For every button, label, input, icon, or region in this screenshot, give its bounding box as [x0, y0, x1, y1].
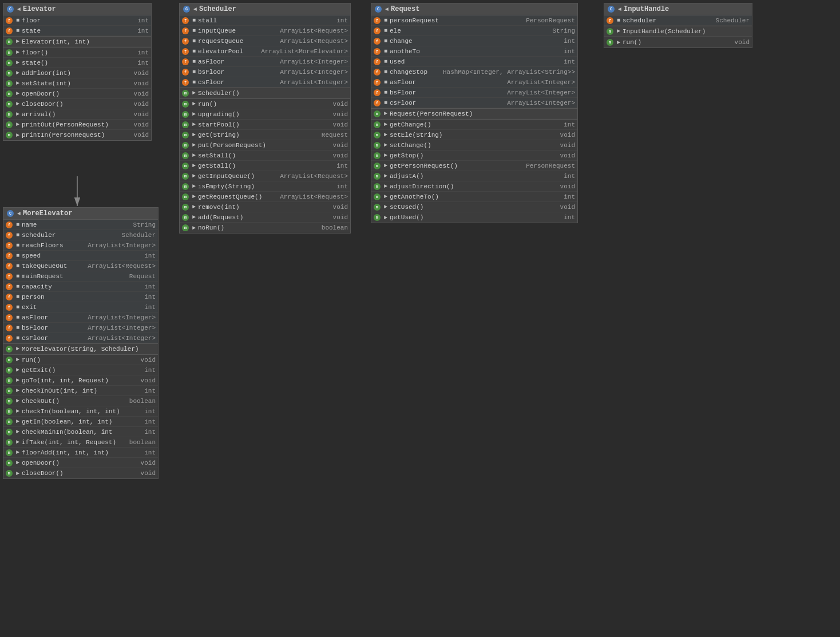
- field-icon: f: [374, 100, 381, 106]
- field-type: int: [137, 17, 149, 24]
- elevator-class-icon: C: [7, 6, 14, 13]
- sched-method-noRun: m ► noRun() boolean: [180, 223, 350, 233]
- field-icon: f: [374, 17, 381, 24]
- field-icon: f: [6, 273, 13, 280]
- elevator-method-addFloor: m ► addFloor(int) void: [3, 68, 151, 78]
- input-handle-title: InputHandle: [624, 5, 669, 13]
- method-icon: m: [374, 163, 381, 169]
- method-icon: m: [6, 132, 13, 139]
- method-type: void: [134, 132, 149, 139]
- sched-method-setStall: m ► setStall() void: [180, 151, 350, 161]
- sched-method-put: m ► put(PersonRequest) void: [180, 140, 350, 151]
- method-name: printOut(PersonRequest): [22, 121, 132, 128]
- scheduler-class: C ◄ Scheduler f ■ stall int f ■ inputQue…: [179, 3, 351, 234]
- ih-constructor: m ► InputHandle(Scheduler): [604, 26, 752, 37]
- method-icon: m: [182, 224, 189, 231]
- sched-method-remove: m ► remove(int) void: [180, 202, 350, 212]
- me-method-checkInOut: m ► checkInOut(int, int) int: [3, 386, 158, 396]
- me-constructor: m ► MoreElevator(String, Scheduler): [3, 344, 158, 354]
- field-icon: f: [182, 58, 189, 65]
- me-method-floorAdd: m ► floorAdd(int, int, int) int: [3, 448, 158, 458]
- method-icon: m: [182, 204, 189, 211]
- sched-field-inputQueue: f ■ inputQueue ArrayList<Request>: [180, 26, 350, 36]
- elevator-field-state: f ■ state int: [3, 26, 151, 36]
- input-handle-class: C ◄ InputHandle f ■ scheduler Scheduler …: [604, 3, 752, 48]
- req-field-changeStop: f ■ changeStop HashMap<Integer, ArrayLis…: [371, 67, 577, 77]
- method-icon: m: [182, 173, 189, 180]
- me-field-csFloor: f ■ csFloor ArrayList<Integer>: [3, 333, 158, 343]
- req-method-getAnotheTo: m ► getAnotheTo() int: [371, 192, 577, 202]
- method-icon: m: [607, 39, 613, 46]
- field-icon: f: [374, 69, 381, 76]
- constructor-icon: m: [607, 28, 613, 35]
- req-method-getStop: m ► getStop() void: [371, 151, 577, 161]
- method-icon: m: [374, 173, 381, 180]
- method-name: state(): [22, 60, 135, 66]
- field-icon: f: [607, 17, 613, 24]
- method-icon: m: [182, 152, 189, 159]
- method-icon: m: [182, 214, 189, 221]
- req-field-change: f ■ change int: [371, 36, 577, 46]
- me-field-exit: f ■ exit int: [3, 302, 158, 312]
- elevator-method-printOut: m ► printOut(PersonRequest) void: [3, 120, 151, 130]
- method-icon: m: [6, 357, 13, 363]
- method-icon: m: [374, 193, 381, 200]
- method-icon: m: [374, 183, 381, 190]
- method-type: void: [134, 111, 149, 118]
- field-icon: f: [182, 17, 189, 24]
- me-field-scheduler: f ■ scheduler Scheduler: [3, 230, 158, 240]
- elevator-method-arrival: m ► arrival() void: [3, 109, 151, 120]
- method-icon: m: [6, 367, 13, 374]
- field-icon: f: [374, 89, 381, 96]
- field-icon: f: [182, 69, 189, 76]
- req-constructor: m ► Request(PersonRequest): [371, 109, 577, 119]
- field-icon: f: [182, 27, 189, 34]
- vis-s: ►: [16, 121, 19, 128]
- elevator-method-openDoor: m ► openDoor() void: [3, 89, 151, 99]
- scheduler-header: C ◄ Scheduler: [180, 3, 350, 15]
- scheduler-title: Scheduler: [199, 5, 236, 13]
- vis-s: ►: [16, 111, 19, 117]
- elevator-method-setState: m ► setState(int) void: [3, 78, 151, 89]
- field-name: state: [22, 27, 135, 34]
- method-icon: m: [6, 398, 13, 405]
- sched-method-run: m ► run() void: [180, 99, 350, 109]
- request-class: C ◄ Request f ■ personRequest PersonRequ…: [371, 3, 578, 223]
- me-field-takeQueueOut: f ■ takeQueueOut ArrayList<Request>: [3, 261, 158, 271]
- elevator-method-printIn: m ► printIn(PersonRequest) void: [3, 130, 151, 140]
- me-method-ifTake: m ► ifTake(int, int, Request) boolean: [3, 437, 158, 448]
- field-icon: f: [6, 304, 13, 311]
- method-type: int: [137, 60, 149, 66]
- method-name: closeDoor(): [22, 101, 132, 108]
- method-icon: m: [6, 439, 13, 446]
- me-method-getExit: m ► getExit() int: [3, 365, 158, 375]
- method-icon: m: [6, 90, 13, 97]
- constructor-name: Elevator(int, int): [22, 38, 149, 45]
- field-icon: f: [374, 58, 381, 65]
- method-icon: m: [374, 121, 381, 128]
- me-method-checkMainIn: m ► checkMainIn(boolean, int int: [3, 427, 158, 437]
- sched-field-elevatorPool: f ■ elevatorPool ArrayList<MoreElevator>: [180, 46, 350, 57]
- field-icon: f: [374, 79, 381, 86]
- me-method-openDoor: m ► openDoor() void: [3, 458, 158, 468]
- field-icon: f: [6, 242, 13, 249]
- sched-method-add: m ► add(Request) void: [180, 212, 350, 223]
- method-type: void: [134, 70, 149, 77]
- method-icon: m: [6, 470, 13, 477]
- more-elevator-vis: ◄: [17, 211, 21, 217]
- ih-method-run: m ► run() void: [604, 37, 752, 48]
- method-icon: m: [374, 214, 381, 221]
- method-icon: m: [182, 142, 189, 149]
- field-icon: f: [182, 48, 189, 55]
- elevator-vis: ◄: [17, 6, 21, 13]
- method-icon: m: [6, 49, 13, 56]
- elevator-title: Elevator: [23, 5, 56, 13]
- vis-s: ►: [16, 90, 19, 97]
- req-field-ele: f ■ ele String: [371, 26, 577, 36]
- more-elevator-class-icon: C: [7, 210, 14, 217]
- field-icon: f: [6, 335, 13, 342]
- request-class-icon: C: [375, 6, 382, 13]
- method-icon: m: [182, 163, 189, 169]
- elevator-header: C ◄ Elevator: [3, 3, 151, 15]
- me-method-goTo: m ► goTo(int, int, Request) void: [3, 375, 158, 386]
